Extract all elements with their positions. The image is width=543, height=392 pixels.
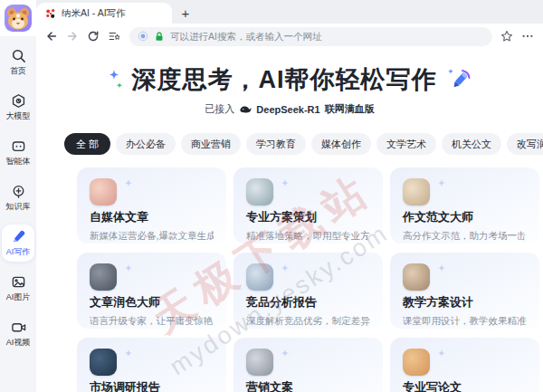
category-tabs: 全部 办公必备 商业营销 学习教育 媒体创作 文学艺术 机关公文 改写润色 专家… [64,133,543,155]
card-thesis-writing[interactable]: 专业写论文 [390,338,539,392]
card-title: 市场调研报告 [90,379,214,392]
tab-office[interactable]: 办公必备 [116,133,176,155]
reload-icon [87,30,100,43]
sidebar-item-label: AI视频 [6,337,31,349]
address-bar[interactable] [129,27,492,46]
tool-card-grid: 自媒体文章 新媒体运营必备,爆款文章生成器 专业方案策划 精准落地策略，即用型专… [77,167,543,392]
tab-education[interactable]: 学习教育 [246,133,306,155]
image-icon [11,274,26,290]
sidebar-nav: 首页 大模型 智能体 知识库 AI写作 AI图片 [2,43,34,352]
browser-area: 纳米AI - AI写作 + [36,0,543,392]
card-title: 自媒体文章 [90,209,214,225]
card-desc: 深度解析竞品优劣，制定差异化... [246,315,370,328]
sidebar: 首页 大模型 智能体 知识库 AI写作 AI图片 [0,0,36,392]
search-icon [11,48,26,63]
tab-title: 纳米AI - AI写作 [62,7,126,20]
ai-writing-page: 深度思考，AI帮你轻松写作 已接入 DeepSeek-R [36,49,543,392]
card-desc: 语言升级专家，让平庸变惊艳表达 [90,315,214,328]
tab-all[interactable]: 全部 [64,133,110,155]
card-sparkle-icon [436,263,449,282]
card-plan-proposal[interactable]: 专业方案策划 精准落地策略，即用型专业方案 [233,167,383,244]
site-info-icon[interactable] [138,31,148,42]
card-title: 文章润色大师 [90,294,214,311]
card-marketing-copy[interactable]: 营销文案 [233,338,383,392]
card-sparkle-icon [280,263,292,282]
reload-button[interactable] [87,30,100,43]
card-title: 作文范文大师 [403,209,527,225]
tab-official[interactable]: 机关公文 [442,133,501,155]
card-avatar [403,349,430,376]
browser-toolbar [36,24,543,49]
card-avatar [246,263,273,291]
card-sparkle-icon [123,178,136,196]
star-outline-icon [500,30,513,43]
card-market-research[interactable]: 市场调研报告 [77,338,226,392]
back-button[interactable] [45,30,58,43]
card-avatar [246,178,273,206]
card-avatar [90,349,117,376]
card-title: 营销文案 [246,379,370,392]
new-tab-button[interactable]: + [172,3,199,24]
sidebar-item-home[interactable]: 首页 [2,43,34,81]
subtitle-suffix: 联网满血版 [325,102,375,116]
sidebar-item-ai-writing[interactable]: AI写作 [2,225,34,262]
lock-icon [154,31,165,43]
knowledge-icon [11,184,26,199]
card-teaching-plan[interactable]: 教学方案设计 课堂即用设计，教学效果精准保障 [390,253,539,329]
sidebar-item-label: 知识库 [6,201,31,213]
card-competitor-analysis[interactable]: 竞品分析报告 深度解析竞品优劣，制定差异化... [233,253,383,329]
card-avatar [403,263,430,291]
card-polish-master[interactable]: 文章润色大师 语言升级专家，让平庸变惊艳表达 [77,253,226,329]
card-title: 竞品分析报告 [246,294,370,311]
card-avatar [90,263,117,291]
forward-arrow-icon [66,30,79,43]
hamster-mascot-icon [5,5,32,32]
favorites-list-button[interactable] [108,30,121,43]
bookmark-star-button[interactable] [500,30,513,43]
site-favicon [45,8,56,19]
collections-star-icon [108,30,121,43]
sidebar-item-ai-video[interactable]: AI视频 [2,315,34,352]
model-subtitle: 已接入 DeepSeek-R1 联网满血版 [36,102,543,116]
sidebar-item-ai-image[interactable]: AI图片 [2,270,34,307]
sidebar-item-knowledge[interactable]: 知识库 [2,179,34,216]
subtitle-model: DeepSeek-R1 [256,104,319,115]
card-essay-master[interactable]: 作文范文大师 高分作文示范，助力考场一击即中 [390,167,539,244]
page-title: 深度思考，AI帮你轻松写作 [132,63,437,96]
deepseek-whale-icon [239,104,252,115]
card-desc: 精准落地策略，即用型专业方案 [246,230,370,243]
card-sparkle-icon [280,178,292,196]
forward-button[interactable] [66,30,79,43]
tab-marketing[interactable]: 商业营销 [181,133,241,155]
card-sparkle-icon [436,178,449,196]
card-avatar [246,349,273,376]
pencil-icon [11,229,26,244]
app-logo[interactable] [0,0,36,36]
pencil-sparkle-icon [444,65,473,94]
sidebar-item-label: 大模型 [6,110,31,122]
browser-tab-active[interactable]: 纳米AI - AI写作 [36,3,172,24]
card-desc: 课堂即用设计，教学效果精准保障 [403,315,527,328]
sidebar-item-agents[interactable]: 智能体 [2,134,34,171]
model-icon [11,93,26,109]
more-menu-button[interactable] [521,30,534,43]
sidebar-item-models[interactable]: 大模型 [2,89,34,126]
agent-icon [11,139,26,154]
card-title: 专业方案策划 [246,209,370,225]
tab-strip: 纳米AI - AI写作 + [36,0,543,24]
address-input[interactable] [170,31,484,42]
hero: 深度思考，AI帮你轻松写作 [36,63,543,96]
sidebar-item-label: 智能体 [6,156,31,167]
card-desc: 高分作文示范，助力考场一击即中 [403,230,527,243]
card-desc: 新媒体运营必备,爆款文章生成器 [90,230,214,243]
tab-rewrite[interactable]: 改写润色 [507,133,543,155]
tab-media[interactable]: 媒体创作 [311,133,371,155]
card-avatar [403,178,430,206]
card-sparkle-icon [436,349,449,367]
card-avatar [90,178,117,206]
card-self-media-article[interactable]: 自媒体文章 新媒体运营必备,爆款文章生成器 [77,167,226,244]
tab-literature[interactable]: 文学艺术 [376,133,436,155]
card-title: 教学方案设计 [403,294,527,311]
card-sparkle-icon [123,349,136,367]
card-title: 专业写论文 [403,379,527,392]
